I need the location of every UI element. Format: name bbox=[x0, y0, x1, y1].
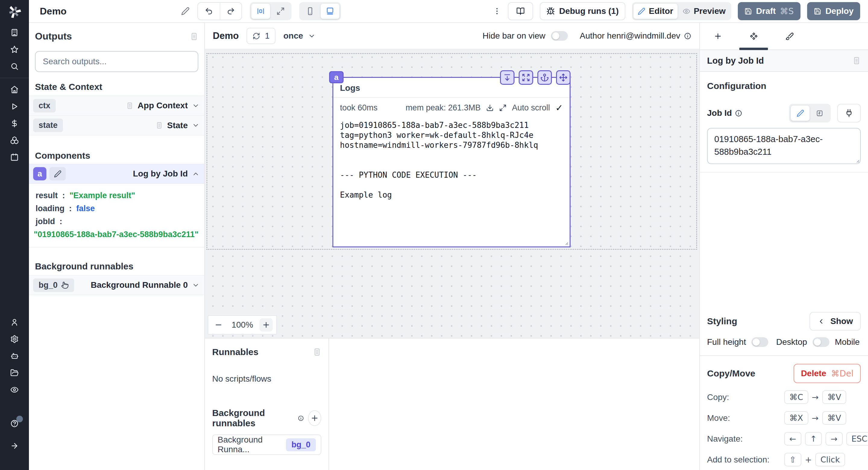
kbd-key: → bbox=[826, 432, 843, 446]
logs-mem-peak: mem peak: 261.3MB bbox=[406, 103, 481, 113]
textarea-resize-handle-icon[interactable] bbox=[852, 156, 860, 163]
component-tag-badge: a bbox=[329, 71, 344, 83]
expression-input-fx-button[interactable] bbox=[810, 105, 829, 121]
settings-gear-icon[interactable] bbox=[7, 332, 22, 346]
prop-result[interactable]: result : "Example result" bbox=[36, 189, 204, 202]
show-styling-button[interactable]: Show bbox=[809, 312, 861, 331]
search-icon[interactable] bbox=[7, 59, 22, 74]
tab-component-settings[interactable] bbox=[736, 23, 772, 50]
job-id-input[interactable]: 01910865-188a-bab7-a3ec-588b9ba3c211 bbox=[707, 128, 861, 164]
component-row-a[interactable]: a Log by Job Id bbox=[29, 164, 204, 184]
configuration-heading: Configuration bbox=[707, 81, 767, 91]
state-context-heading: State & Context bbox=[35, 82, 102, 92]
doc-icon[interactable] bbox=[190, 32, 198, 41]
deploy-label: Deploy bbox=[826, 6, 854, 16]
centered-layout-button[interactable] bbox=[251, 3, 270, 19]
rail-divider bbox=[0, 78, 29, 78]
chevron-down-icon bbox=[192, 282, 199, 289]
draft-label: Draft bbox=[756, 6, 776, 16]
logs-status-bar: took 60ms mem peak: 261.3MB Auto scroll … bbox=[333, 98, 569, 116]
save-icon bbox=[814, 7, 821, 15]
workers-bot-icon[interactable] bbox=[7, 349, 22, 363]
prop-loading[interactable]: loading : false bbox=[36, 202, 204, 215]
info-icon[interactable] bbox=[684, 32, 691, 40]
tab-styling-brush[interactable] bbox=[772, 23, 807, 50]
refresh-button[interactable]: 1 bbox=[247, 28, 276, 44]
desktop-toggle[interactable] bbox=[812, 337, 830, 347]
connect-plug-button[interactable] bbox=[837, 104, 861, 122]
inspector-tabs bbox=[700, 23, 868, 50]
info-icon[interactable] bbox=[298, 414, 304, 422]
favorites-star-icon[interactable] bbox=[7, 42, 22, 57]
windmill-logo[interactable] bbox=[0, 0, 29, 23]
mobile-label: Mobile bbox=[835, 337, 860, 347]
mobile-view-button[interactable] bbox=[301, 3, 320, 19]
doc-icon[interactable] bbox=[313, 348, 321, 356]
home-icon[interactable] bbox=[7, 82, 22, 97]
help-notification-dot bbox=[16, 416, 23, 422]
redo-button[interactable] bbox=[220, 3, 241, 20]
add-background-runnable-button[interactable] bbox=[308, 410, 321, 426]
delete-component-button[interactable]: Delete ⌘Del bbox=[794, 364, 861, 383]
fullwidth-layout-button[interactable] bbox=[271, 3, 290, 19]
show-label: Show bbox=[830, 317, 853, 326]
prop-jobid[interactable]: jobId : bbox=[36, 215, 204, 228]
runs-play-icon[interactable] bbox=[7, 99, 22, 114]
output-row-ctx[interactable]: ctx App Context bbox=[29, 96, 204, 116]
tab-preview[interactable]: Preview bbox=[678, 3, 730, 19]
search-outputs-input[interactable] bbox=[35, 51, 198, 72]
inspector-component-title: Log by Job Id bbox=[707, 56, 764, 66]
full-height-toggle[interactable] bbox=[751, 337, 768, 347]
workspace-buildings-icon[interactable] bbox=[7, 25, 22, 40]
hide-bar-toggle[interactable] bbox=[551, 31, 568, 41]
expand-logs-icon[interactable] bbox=[499, 104, 507, 112]
doc-icon[interactable] bbox=[852, 56, 861, 65]
configuration-section: Configuration Job Id 01910865-1 bbox=[700, 72, 868, 173]
draft-button[interactable]: Draft ⌘S bbox=[738, 2, 801, 20]
resize-handle-icon[interactable] bbox=[561, 238, 569, 245]
variables-dollar-icon[interactable] bbox=[7, 116, 22, 130]
static-input-pencil-button[interactable] bbox=[790, 105, 810, 121]
info-icon[interactable] bbox=[735, 110, 742, 117]
output-row-state[interactable]: state State bbox=[29, 116, 204, 136]
debug-runs-button[interactable]: Debug runs (1) bbox=[540, 2, 625, 20]
shortcut-row-move: Move: ⌘X → ⌘V bbox=[707, 411, 861, 425]
canvas-section: Demo 1 once Hide bar on view Author henr… bbox=[205, 23, 699, 470]
state-key-badge: state bbox=[33, 119, 63, 132]
tab-editor[interactable]: Editor bbox=[633, 3, 678, 19]
rename-app-pencil-icon[interactable] bbox=[181, 7, 190, 16]
background-runnable-row[interactable]: bg_0 Background Runnable 0 bbox=[29, 275, 204, 295]
device-toggle-group bbox=[299, 2, 341, 20]
resources-boxes-icon[interactable] bbox=[7, 133, 22, 148]
expand-down-icon[interactable] bbox=[500, 70, 515, 85]
help-icon[interactable] bbox=[7, 416, 22, 431]
zoom-out-button[interactable] bbox=[212, 318, 225, 331]
move-icon[interactable] bbox=[556, 70, 570, 85]
runnables-panel: Runnables No scripts/flows Background ru… bbox=[205, 339, 329, 470]
background-runnable-item[interactable]: Background Runna... bg_0 bbox=[212, 434, 321, 455]
refresh-mode-dropdown[interactable]: once bbox=[283, 31, 315, 41]
more-menu-kebab-icon[interactable] bbox=[493, 7, 501, 16]
windmill-app-editor: Demo Debug runs (1) bbox=[0, 0, 868, 470]
logs-component[interactable]: a Logs took 60ms mem peak: 261.3MB bbox=[333, 77, 570, 247]
folders-icon[interactable] bbox=[7, 365, 22, 380]
prop-jobid-value[interactable]: "01910865-188a-bab7-a3ec-588b9ba3c211" bbox=[34, 228, 204, 241]
schedules-calendar-icon[interactable] bbox=[7, 150, 22, 165]
tab-add-component[interactable] bbox=[700, 23, 736, 50]
docs-button[interactable] bbox=[508, 2, 533, 20]
undo-button[interactable] bbox=[198, 3, 220, 20]
deploy-button[interactable]: Deploy bbox=[807, 2, 860, 20]
collapse-rail-arrow-icon[interactable] bbox=[7, 439, 22, 453]
expand-icon[interactable] bbox=[519, 70, 533, 85]
component-row-label: Log by Job Id bbox=[133, 169, 188, 179]
anchor-icon[interactable] bbox=[537, 70, 552, 85]
ctx-key-badge: ctx bbox=[33, 99, 56, 113]
audit-eye-icon[interactable] bbox=[7, 383, 22, 397]
download-logs-icon[interactable] bbox=[486, 104, 494, 112]
zoom-in-button[interactable] bbox=[259, 318, 273, 331]
desktop-view-button[interactable] bbox=[320, 3, 340, 19]
refresh-count: 1 bbox=[265, 31, 270, 41]
edit-component-id-pencil-icon[interactable] bbox=[50, 167, 66, 180]
auto-scroll-check-icon[interactable]: ✓ bbox=[555, 102, 563, 113]
user-icon[interactable] bbox=[7, 315, 22, 329]
